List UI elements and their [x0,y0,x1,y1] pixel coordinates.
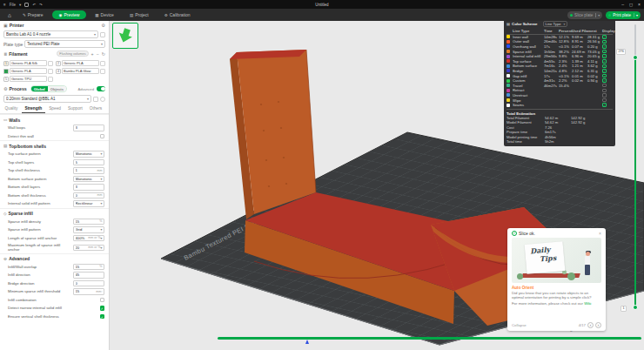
filament-color-swatch[interactable]: 1 [3,61,9,66]
file-menu-caret-icon[interactable]: ▾ [19,3,21,7]
process-preset-select[interactable]: 0.20mm Standard @BBL A1 [3,95,91,103]
setting-select[interactable]: Rectilinear [73,200,104,207]
process-tab[interactable]: Strength [22,105,45,113]
display-checkbox[interactable] [602,59,607,64]
setting-input[interactable]: 15mm² [73,288,104,295]
process-tab[interactable]: Support [65,105,86,113]
close-button[interactable]: × [638,2,641,7]
filament-select[interactable]: Generic PLA [62,60,99,66]
setting-input[interactable]: 15% [73,219,104,225]
filament-edit-icon[interactable] [48,61,53,66]
collapse-link[interactable]: Collapse [512,323,527,327]
setting-checkbox[interactable] [100,134,105,139]
printer-settings-icon[interactable]: ⚙ [101,23,105,28]
slice-plate-caret-icon[interactable]: ▾ [595,13,600,17]
process-tab[interactable]: Quality [2,105,21,113]
layer-slider-bottom-handle[interactable] [633,305,638,310]
plate-thumbnail[interactable] [112,23,138,49]
setting-input[interactable]: 45 [73,272,104,279]
view-mode-select[interactable]: Line Type [543,21,568,27]
filament-color-swatch[interactable]: 3 [3,69,9,74]
printer-preset-select[interactable]: Bambu Lab A1 0.4 nozzle [3,30,98,38]
setting-select[interactable]: 20mm or % [73,245,104,252]
display-checkbox[interactable] [602,98,607,103]
flushing-volumes-button[interactable]: Flushing volumes [57,50,88,57]
redo-icon[interactable]: ↷ [39,3,43,7]
undo-icon[interactable]: ↶ [32,3,36,7]
filament-edit-icon[interactable] [100,69,105,74]
layer-slider-track-upper[interactable] [634,24,636,57]
display-checkbox[interactable] [602,40,607,44]
display-checkbox[interactable] [602,35,607,39]
process-objects-tab[interactable]: Objects [48,86,66,91]
setting-input[interactable]: 3 [73,184,104,191]
filament-edit-icon[interactable] [48,77,53,82]
printer-edit-icon[interactable] [100,32,105,37]
display-checkbox[interactable] [602,84,607,88]
save-icon[interactable] [24,3,29,7]
setting-checkbox[interactable] [100,314,105,320]
advanced-toggle[interactable] [97,86,105,91]
setting-select[interactable]: Grid [73,226,104,233]
display-checkbox[interactable] [602,44,607,49]
process-tab[interactable]: Speed [46,105,64,113]
main-tab[interactable]: ▦ Device [88,10,121,19]
display-checkbox[interactable] [602,69,607,73]
setting-input[interactable]: 3 [73,125,104,131]
process-tab[interactable]: Others [86,105,104,113]
setting-checkbox[interactable] [100,298,105,303]
home-icon[interactable]: ⌂ [3,12,16,18]
display-checkbox[interactable] [602,103,607,107]
add-filament-icon[interactable]: + [91,51,94,57]
setting-input[interactable]: 0mm [73,192,104,199]
wiki-link[interactable]: Wiki [584,301,591,306]
display-checkbox[interactable] [602,74,607,78]
tips-prev-button[interactable]: ‹ [587,322,594,328]
main-tab[interactable]: ✎ Prepare [16,10,50,19]
main-tab[interactable]: ◉ Preview [52,10,87,19]
minimize-button[interactable]: – [621,2,624,7]
tips-close-icon[interactable]: × [599,231,601,236]
setting-input[interactable]: 0 [73,280,104,287]
main-tab[interactable]: ⚙ Calibration [158,10,198,19]
app-menu-icon[interactable]: ≡ [3,3,6,7]
process-global-tab[interactable]: Global [31,86,48,91]
moment-slider[interactable] [218,337,641,340]
filament-select[interactable]: Generic PLA [10,68,47,74]
main-tab[interactable]: ▤ Project [123,10,156,19]
display-checkbox[interactable] [602,50,607,54]
filament-edit-icon[interactable] [48,69,53,74]
sync-filament-icon[interactable]: ↻ [102,51,105,57]
filament-edit-icon[interactable] [100,61,105,66]
print-plate-caret-icon[interactable]: ▾ [634,13,638,17]
display-checkbox[interactable] [602,93,607,98]
moment-slider-marker[interactable] [305,340,309,344]
filament-color-swatch[interactable]: 4 [56,69,61,74]
setting-input[interactable]: 15% [73,264,104,271]
setting-select[interactable]: Monotonic [73,176,104,183]
process-search-icon[interactable] [100,97,105,102]
slice-plate-button[interactable]: Slice plate ▾ [567,11,602,19]
filament-color-swatch[interactable]: 2 [56,61,61,66]
maximize-button[interactable]: ◻ [629,2,633,7]
setting-input[interactable]: 1mm [73,167,104,174]
display-checkbox[interactable] [602,54,607,58]
setting-select[interactable]: 400%mm or % [73,235,104,242]
layer-slider-top-handle[interactable] [633,55,638,60]
plate-type-select[interactable]: Textured PEI Plate [24,40,105,48]
filament-select[interactable]: Generic PLA Silk [10,60,47,66]
file-menu[interactable]: File [10,3,16,7]
display-checkbox[interactable] [602,64,607,69]
setting-select[interactable]: Monotonic [73,151,104,158]
filament-color-swatch[interactable]: 5 [3,77,9,82]
setting-input[interactable]: 5 [73,159,104,166]
layer-slider-track[interactable] [634,57,636,308]
display-checkbox[interactable] [602,78,607,83]
process-save-icon[interactable] [93,97,98,102]
tips-next-button[interactable]: › [595,322,601,328]
print-plate-button[interactable]: Print plate ▾ [606,11,641,19]
display-checkbox[interactable] [602,89,607,93]
setting-checkbox[interactable] [100,306,105,311]
remove-filament-icon[interactable]: − [97,51,99,57]
filament-select[interactable]: Bambu PLA Glow [62,68,99,74]
